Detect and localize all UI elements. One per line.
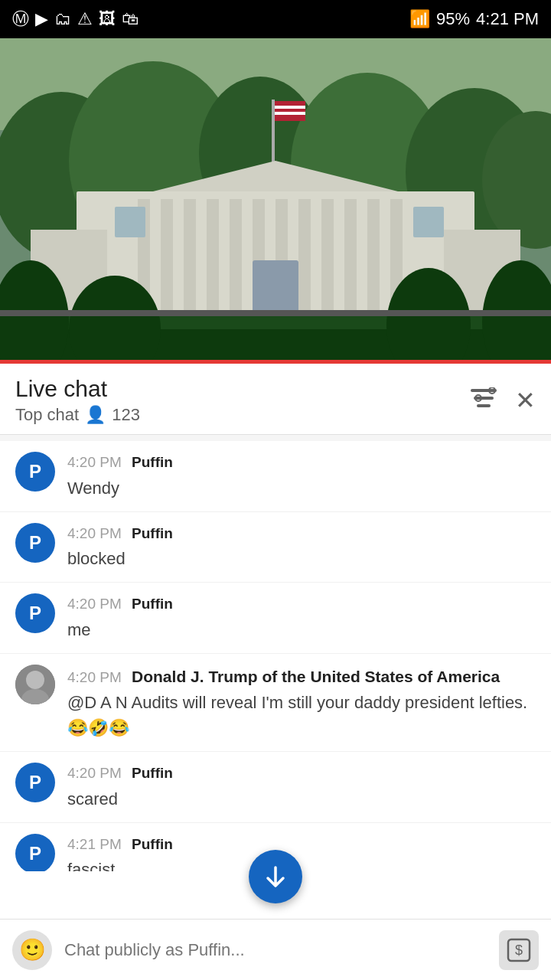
icon-alert: ⚠	[77, 9, 93, 29]
icon-files: 🗂	[54, 9, 71, 29]
message-content: 4:20 PM Puffin blocked	[67, 523, 536, 572]
message-meta: 4:20 PM Puffin	[67, 452, 536, 474]
avatar: P	[15, 523, 55, 563]
message-username: Donald J. Trump of the United States of …	[132, 668, 500, 685]
message-time: 4:21 PM	[67, 836, 122, 852]
message-content: 4:20 PM Puffin scared	[67, 763, 536, 812]
icon-youtube: ▶	[35, 9, 48, 29]
wifi-icon: 📶	[409, 9, 430, 29]
message-username: Puffin	[132, 596, 173, 612]
chat-header: Live chat Top chat 👤 123 ✕	[0, 364, 551, 435]
svg-rect-11	[275, 112, 305, 115]
chat-input[interactable]	[64, 930, 487, 970]
message-time: 4:20 PM	[67, 525, 122, 541]
filter-icon[interactable]	[471, 387, 497, 414]
message-meta: 4:20 PM Puffin	[67, 523, 536, 545]
chat-subtitle: Top chat 👤 123	[15, 405, 140, 425]
viewers-count: 123	[112, 405, 140, 425]
super-chat-button[interactable]: $	[499, 930, 539, 970]
svg-rect-39	[474, 397, 494, 400]
svg-rect-37	[0, 310, 551, 316]
message-username: Puffin	[132, 454, 173, 470]
message-body: me	[67, 617, 536, 642]
message-meta: 4:20 PM Donald J. Trump of the United St…	[67, 665, 536, 689]
message-time: 4:20 PM	[67, 596, 122, 612]
svg-rect-27	[413, 207, 444, 237]
message-body: @D A N Audits will reveal I'm still your…	[67, 690, 536, 740]
icon-m: Ⓜ	[12, 8, 29, 31]
svg-rect-20	[298, 199, 311, 314]
message-content: 4:20 PM Donald J. Trump of the United St…	[67, 665, 536, 741]
message-body: scared	[67, 786, 536, 812]
svg-text:$: $	[515, 942, 523, 958]
table-row: P 4:20 PM Puffin Wendy	[0, 441, 551, 512]
message-body: blocked	[67, 546, 536, 571]
icon-bag: 🛍	[122, 9, 139, 29]
chat-header-actions: ✕	[471, 386, 536, 415]
video-area[interactable]	[0, 38, 551, 360]
svg-rect-21	[321, 199, 334, 314]
status-bar: Ⓜ ▶ 🗂 ⚠ 🖼 🛍 📶 95% 4:21 PM	[0, 0, 551, 38]
message-username: Puffin	[132, 525, 173, 541]
table-row: P 4:20 PM Puffin me	[0, 583, 551, 654]
scroll-to-bottom-button[interactable]	[249, 850, 302, 903]
svg-rect-40	[477, 404, 491, 407]
svg-rect-16	[207, 199, 219, 314]
message-content: 4:20 PM Puffin Wendy	[67, 452, 536, 501]
avatar: P	[15, 834, 55, 872]
message-meta: 4:21 PM Puffin	[67, 834, 536, 856]
clock: 4:21 PM	[476, 9, 539, 29]
chat-header-info: Live chat Top chat 👤 123	[15, 376, 140, 425]
close-icon[interactable]: ✕	[515, 386, 536, 415]
table-row: P 4:20 PM Puffin scared	[0, 752, 551, 823]
svg-rect-38	[471, 389, 497, 392]
top-chat-label: Top chat	[15, 405, 79, 425]
message-content: 4:21 PM Puffin fascist	[67, 834, 536, 872]
svg-rect-23	[367, 199, 380, 314]
live-chat-title: Live chat	[15, 376, 140, 402]
message-username: Puffin	[132, 765, 173, 781]
battery-level: 95%	[436, 9, 470, 29]
table-row: 4:20 PM Donald J. Trump of the United St…	[0, 654, 551, 753]
status-icons-left: Ⓜ ▶ 🗂 ⚠ 🖼 🛍	[12, 8, 139, 31]
message-time: 4:20 PM	[67, 454, 122, 470]
chat-messages-list: P 4:20 PM Puffin Wendy P 4:20 PM Puffin …	[0, 435, 551, 871]
message-content: 4:20 PM Puffin me	[67, 593, 536, 642]
message-body: Wendy	[67, 475, 536, 501]
message-time: 4:20 PM	[67, 765, 122, 781]
chat-input-bar: 🙂 $	[0, 919, 551, 980]
message-meta: 4:20 PM Puffin	[67, 763, 536, 785]
avatar: P	[15, 593, 55, 633]
icon-image: 🖼	[99, 9, 116, 29]
svg-rect-22	[344, 199, 357, 314]
svg-rect-14	[161, 199, 173, 314]
emoji-icon: 🙂	[19, 937, 46, 962]
svg-rect-15	[184, 199, 196, 314]
svg-point-44	[26, 671, 44, 689]
video-frame	[0, 38, 551, 360]
message-username: Puffin	[132, 836, 173, 852]
message-meta: 4:20 PM Puffin	[67, 593, 536, 616]
message-time: 4:20 PM	[67, 669, 122, 685]
emoji-button[interactable]: 🙂	[12, 930, 52, 970]
svg-rect-17	[230, 199, 242, 314]
svg-rect-26	[115, 207, 145, 237]
viewers-icon: 👤	[85, 405, 106, 425]
svg-rect-9	[275, 101, 305, 121]
svg-rect-10	[275, 106, 305, 109]
avatar: P	[15, 763, 55, 802]
avatar: P	[15, 452, 55, 492]
table-row: P 4:20 PM Puffin blocked	[0, 512, 551, 583]
status-info-right: 📶 95% 4:21 PM	[409, 9, 539, 29]
avatar	[15, 665, 55, 704]
message-body: fascist	[67, 857, 536, 871]
